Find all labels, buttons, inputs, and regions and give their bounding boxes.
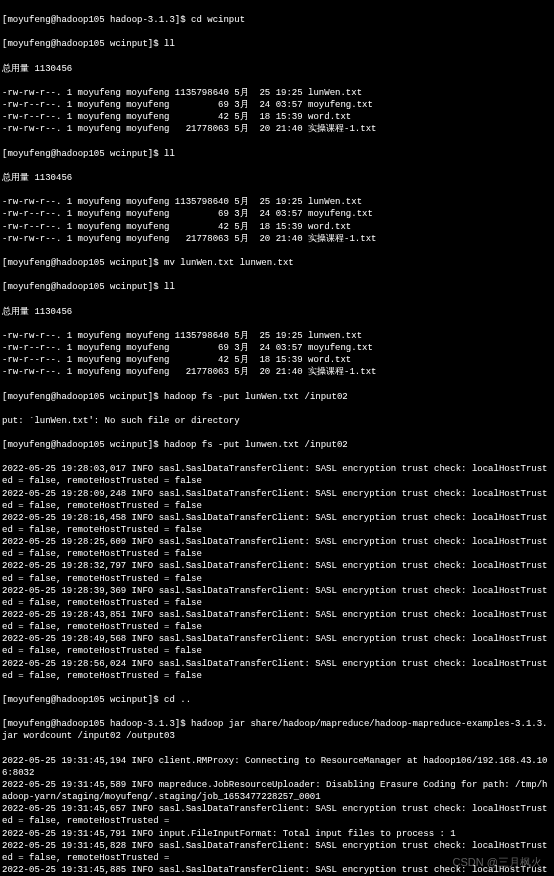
- log-line: 2022-05-25 19:31:45,194 INFO client.RMPr…: [2, 755, 552, 779]
- prompt-line: [moyufeng@hadoop105 wcinput]$ ll: [2, 38, 552, 50]
- prompt-line: [moyufeng@hadoop105 wcinput]$ mv lunWen.…: [2, 257, 552, 269]
- file-row: -rw-r--r--. 1 moyufeng moyufeng 42 5月 18…: [2, 354, 552, 366]
- file-row: -rw-rw-r--. 1 moyufeng moyufeng 21778063…: [2, 123, 552, 135]
- prompt-line: [moyufeng@hadoop105 hadoop-3.1.3]$ cd wc…: [2, 14, 552, 26]
- file-row: -rw-rw-r--. 1 moyufeng moyufeng 11357986…: [2, 330, 552, 342]
- prompt-line: [moyufeng@hadoop105 wcinput]$ hadoop fs …: [2, 439, 552, 451]
- file-listing: -rw-rw-r--. 1 moyufeng moyufeng 11357986…: [2, 87, 552, 136]
- file-row: -rw-r--r--. 1 moyufeng moyufeng 42 5月 18…: [2, 221, 552, 233]
- file-row: -rw-rw-r--. 1 moyufeng moyufeng 21778063…: [2, 366, 552, 378]
- file-row: -rw-r--r--. 1 moyufeng moyufeng 69 3月 24…: [2, 99, 552, 111]
- total-line: 总用量 1130456: [2, 306, 552, 318]
- prompt-line: [moyufeng@hadoop105 wcinput]$ cd ..: [2, 694, 552, 706]
- prompt-line: [moyufeng@hadoop105 wcinput]$ ll: [2, 148, 552, 160]
- prompt-line: [moyufeng@hadoop105 hadoop-3.1.3]$ hadoo…: [2, 718, 552, 742]
- prompt-line: [moyufeng@hadoop105 wcinput]$ ll: [2, 281, 552, 293]
- file-listing: -rw-rw-r--. 1 moyufeng moyufeng 11357986…: [2, 196, 552, 245]
- file-row: -rw-r--r--. 1 moyufeng moyufeng 69 3月 24…: [2, 342, 552, 354]
- file-row: -rw-rw-r--. 1 moyufeng moyufeng 11357986…: [2, 87, 552, 99]
- file-row: -rw-rw-r--. 1 moyufeng moyufeng 21778063…: [2, 233, 552, 245]
- terminal-output: [moyufeng@hadoop105 hadoop-3.1.3]$ cd wc…: [2, 2, 552, 876]
- file-row: -rw-r--r--. 1 moyufeng moyufeng 69 3月 24…: [2, 208, 552, 220]
- log-line: 2022-05-25 19:28:25,609 INFO sasl.SaslDa…: [2, 536, 552, 560]
- log-line: 2022-05-25 19:31:45,589 INFO mapreduce.J…: [2, 779, 552, 803]
- log-line: 2022-05-25 19:28:32,797 INFO sasl.SaslDa…: [2, 560, 552, 584]
- log-line: 2022-05-25 19:28:56,024 INFO sasl.SaslDa…: [2, 658, 552, 682]
- file-row: -rw-rw-r--. 1 moyufeng moyufeng 11357986…: [2, 196, 552, 208]
- prompt-line: [moyufeng@hadoop105 wcinput]$ hadoop fs …: [2, 391, 552, 403]
- log-line: 2022-05-25 19:31:45,791 INFO input.FileI…: [2, 828, 552, 840]
- total-line: 总用量 1130456: [2, 172, 552, 184]
- log-line: 2022-05-25 19:31:45,657 INFO sasl.SaslDa…: [2, 803, 552, 827]
- log-line: 2022-05-25 19:28:49,568 INFO sasl.SaslDa…: [2, 633, 552, 657]
- log-line: 2022-05-25 19:28:16,458 INFO sasl.SaslDa…: [2, 512, 552, 536]
- log-line: 2022-05-25 19:28:43,851 INFO sasl.SaslDa…: [2, 609, 552, 633]
- total-line: 总用量 1130456: [2, 63, 552, 75]
- watermark-text: CSDN @三月枫火: [453, 855, 542, 870]
- log-line: 2022-05-25 19:28:09,248 INFO sasl.SaslDa…: [2, 488, 552, 512]
- log-line: 2022-05-25 19:28:39,369 INFO sasl.SaslDa…: [2, 585, 552, 609]
- sasl-log-block: 2022-05-25 19:28:03,017 INFO sasl.SaslDa…: [2, 463, 552, 682]
- file-row: -rw-r--r--. 1 moyufeng moyufeng 42 5月 18…: [2, 111, 552, 123]
- log-line: 2022-05-25 19:28:03,017 INFO sasl.SaslDa…: [2, 463, 552, 487]
- error-line: put: `lunWen.txt': No such file or direc…: [2, 415, 552, 427]
- file-listing: -rw-rw-r--. 1 moyufeng moyufeng 11357986…: [2, 330, 552, 379]
